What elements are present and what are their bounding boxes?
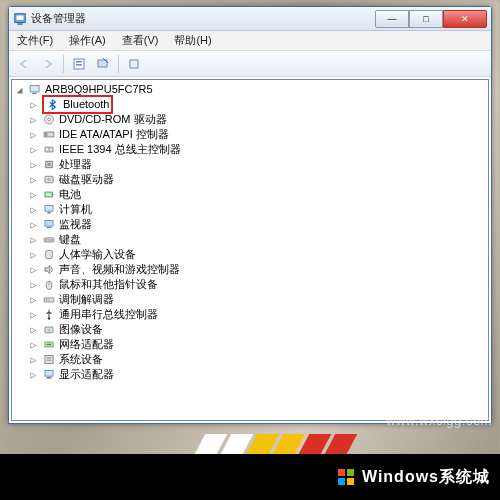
svg-rect-46: [347, 469, 354, 476]
svg-rect-25: [47, 227, 52, 228]
svg-rect-29: [46, 250, 53, 258]
device-tree-panel[interactable]: ◢ARB9Q9HPU5FC7R5▷Bluetooth▷DVD/CD-ROM 驱动…: [11, 79, 489, 421]
minimize-button[interactable]: —: [375, 10, 409, 28]
tree-item[interactable]: ▷通用串行总线控制器: [14, 307, 488, 322]
tree-item-label: 显示适配器: [59, 367, 114, 382]
expander-icon[interactable]: ▷: [28, 292, 39, 307]
expander-icon[interactable]: ▷: [28, 307, 39, 322]
tree-item-label: 键盘: [59, 232, 81, 247]
expander-icon[interactable]: ◢: [14, 82, 25, 97]
tree-item[interactable]: ▷鼠标和其他指针设备: [14, 277, 488, 292]
menu-help[interactable]: 帮助(H): [166, 33, 219, 48]
maximize-button[interactable]: □: [409, 10, 443, 28]
expander-icon[interactable]: ▷: [28, 352, 39, 367]
tree-item[interactable]: ▷键盘: [14, 232, 488, 247]
imaging-icon: [42, 323, 56, 336]
close-button[interactable]: ✕: [443, 10, 487, 28]
expander-icon[interactable]: ▷: [28, 127, 39, 142]
expander-icon[interactable]: ▷: [28, 112, 39, 127]
svg-rect-8: [30, 85, 39, 92]
svg-point-33: [46, 299, 48, 301]
svg-rect-22: [45, 205, 53, 211]
svg-rect-2: [17, 23, 22, 24]
tree-item[interactable]: ▷计算机: [14, 202, 488, 217]
device-tree: ◢ARB9Q9HPU5FC7R5▷Bluetooth▷DVD/CD-ROM 驱动…: [12, 80, 488, 402]
tree-item-label: 计算机: [59, 202, 92, 217]
tree-item[interactable]: ▷Bluetooth: [14, 97, 488, 112]
expander-icon[interactable]: ▷: [28, 322, 39, 337]
expander-icon[interactable]: ▷: [28, 142, 39, 157]
tree-item-label: 监视器: [59, 217, 92, 232]
tree-item-label: 系统设备: [59, 352, 103, 367]
tree-item[interactable]: ▷调制解调器: [14, 292, 488, 307]
svg-rect-43: [45, 370, 53, 376]
brand-text: Windows系统城: [362, 467, 490, 488]
tree-item[interactable]: ▷图像设备: [14, 322, 488, 337]
tree-item[interactable]: ▷监视器: [14, 217, 488, 232]
svg-point-19: [47, 177, 51, 181]
monitor-icon: [42, 218, 56, 231]
disc-icon: [42, 113, 56, 126]
svg-point-11: [48, 118, 51, 121]
tree-item-label: Bluetooth: [63, 97, 109, 112]
hid-icon: [42, 248, 56, 261]
tree-item[interactable]: ▷IDE ATA/ATAPI 控制器: [14, 127, 488, 142]
titlebar[interactable]: 设备管理器 — □ ✕: [9, 7, 491, 31]
expander-icon[interactable]: ▷: [28, 262, 39, 277]
tree-item-label: IEEE 1394 总线主控制器: [59, 142, 181, 157]
tree-item-label: 通用串行总线控制器: [59, 307, 158, 322]
tree-item[interactable]: ▷电池: [14, 187, 488, 202]
toolbar-separator: [63, 55, 64, 73]
expander-icon[interactable]: ▷: [28, 97, 39, 112]
properties-button[interactable]: [68, 54, 90, 74]
toolbar-extra-button[interactable]: [123, 54, 145, 74]
svg-rect-42: [47, 360, 52, 362]
tree-item[interactable]: ▷YIEEE 1394 总线主控制器: [14, 142, 488, 157]
expander-icon[interactable]: ▷: [28, 337, 39, 352]
tree-item[interactable]: ▷DVD/CD-ROM 驱动器: [14, 112, 488, 127]
tree-item[interactable]: ▷人体学输入设备: [14, 247, 488, 262]
tree-item[interactable]: ▷声音、视频和游戏控制器: [14, 262, 488, 277]
expander-icon[interactable]: ▷: [28, 277, 39, 292]
window-buttons: — □ ✕: [375, 10, 487, 28]
tree-item[interactable]: ▷网络适配器: [14, 337, 488, 352]
menubar: 文件(F) 操作(A) 查看(V) 帮助(H): [9, 31, 491, 51]
expander-icon[interactable]: ▷: [28, 157, 39, 172]
tree-item-label: DVD/CD-ROM 驱动器: [59, 112, 167, 127]
usb-icon: [42, 308, 56, 321]
expander-icon[interactable]: ▷: [28, 217, 39, 232]
tree-item[interactable]: ▷磁盘驱动器: [14, 172, 488, 187]
tree-item-label: 人体学输入设备: [59, 247, 136, 262]
expander-icon[interactable]: ▷: [28, 187, 39, 202]
svg-rect-1: [17, 15, 24, 19]
forward-button[interactable]: [37, 54, 59, 74]
keyboard-icon: [42, 233, 56, 246]
scan-button[interactable]: [92, 54, 114, 74]
tree-item-label: 鼠标和其他指针设备: [59, 277, 158, 292]
svg-rect-41: [47, 357, 52, 359]
svg-rect-7: [130, 60, 138, 68]
menu-action[interactable]: 操作(A): [61, 33, 114, 48]
menu-view[interactable]: 查看(V): [114, 33, 167, 48]
expander-icon[interactable]: ▷: [28, 367, 39, 382]
expander-icon[interactable]: ▷: [28, 247, 39, 262]
app-icon: [13, 12, 27, 26]
computer-icon: [42, 203, 56, 216]
expander-icon[interactable]: ▷: [28, 232, 39, 247]
svg-rect-17: [47, 163, 50, 166]
tree-item-label: 电池: [59, 187, 81, 202]
svg-rect-47: [338, 478, 345, 485]
menu-file[interactable]: 文件(F): [9, 33, 61, 48]
back-button[interactable]: [13, 54, 35, 74]
svg-point-37: [47, 328, 50, 331]
tree-item-label: 处理器: [59, 157, 92, 172]
expander-icon[interactable]: ▷: [28, 202, 39, 217]
windows-logo-icon: [338, 469, 354, 485]
expander-icon[interactable]: ▷: [28, 172, 39, 187]
tree-item[interactable]: ▷系统设备: [14, 352, 488, 367]
svg-rect-39: [47, 344, 52, 346]
toolbar: [9, 51, 491, 77]
tree-item[interactable]: ▷显示适配器: [14, 367, 488, 382]
tree-item[interactable]: ▷处理器: [14, 157, 488, 172]
display-icon: [42, 368, 56, 381]
